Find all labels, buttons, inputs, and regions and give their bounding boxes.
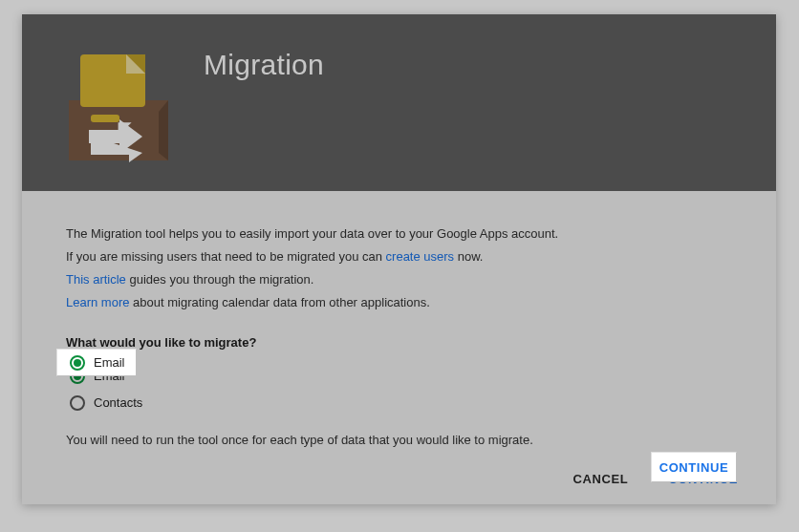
- learn-more-link[interactable]: Learn more: [66, 295, 129, 309]
- migration-box-icon: [66, 43, 171, 162]
- dialog-body: The Migration tool helps you to easily i…: [22, 191, 776, 463]
- migrate-type-radio-group: Email Contacts: [70, 363, 732, 416]
- intro-text: The Migration tool helps you to easily i…: [66, 223, 732, 245]
- cancel-button[interactable]: CANCEL: [560, 463, 642, 495]
- this-article-link[interactable]: This article: [66, 272, 126, 287]
- article-text: This article guides you through the migr…: [66, 269, 732, 290]
- missing-users-text: If you are missing users that need to be…: [66, 246, 732, 267]
- radio-icon: [70, 355, 85, 371]
- svg-rect-2: [91, 115, 119, 122]
- radio-label-contacts: Contacts: [94, 393, 142, 414]
- migration-note: You will need to run the tool once for e…: [66, 430, 732, 451]
- highlight-email-label: Email: [94, 355, 125, 370]
- create-users-link[interactable]: create users: [386, 249, 455, 264]
- dialog-header: Migration: [22, 14, 776, 191]
- page-title: Migration: [204, 49, 324, 81]
- radio-option-email[interactable]: Email: [70, 363, 732, 390]
- radio-option-contacts[interactable]: Contacts: [70, 390, 732, 416]
- migrate-question: What would you like to migrate?: [66, 332, 732, 353]
- highlight-continue-button[interactable]: CONTINUE: [651, 452, 737, 482]
- learn-more-text: Learn more about migrating calendar data…: [66, 292, 732, 313]
- migration-dialog: Migration The Migration tool helps you t…: [22, 14, 776, 504]
- radio-icon: [70, 395, 85, 411]
- highlight-email-option[interactable]: Email: [56, 349, 137, 376]
